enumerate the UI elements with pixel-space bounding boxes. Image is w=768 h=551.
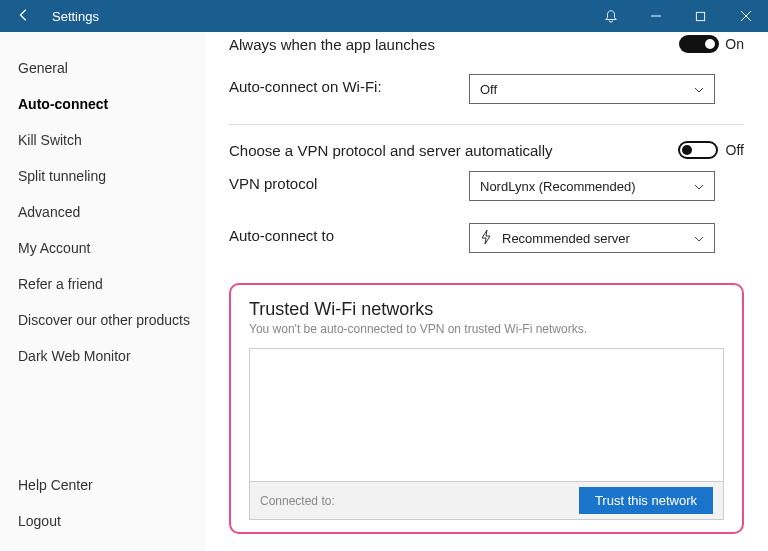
- wifi-select-value: Off: [480, 82, 497, 97]
- minimize-button[interactable]: [633, 0, 678, 32]
- wifi-row: Auto-connect on Wi-Fi: Off: [229, 68, 744, 110]
- protocol-label: VPN protocol: [229, 171, 469, 196]
- trusted-wifi-card: Trusted Wi-Fi networks You won't be auto…: [229, 283, 744, 534]
- trusted-footer: Connected to: Trust this network: [250, 481, 723, 519]
- titlebar: Settings: [0, 0, 768, 32]
- close-button[interactable]: [723, 0, 768, 32]
- sidebar-help-center[interactable]: Help Center: [18, 467, 205, 503]
- launch-toggle[interactable]: [679, 35, 719, 53]
- connected-to-label: Connected to:: [260, 494, 335, 508]
- lightning-icon: [480, 230, 492, 247]
- maximize-button[interactable]: [678, 0, 723, 32]
- chevron-down-icon: [694, 83, 704, 95]
- protocol-select-value: NordLynx (Recommended): [480, 179, 636, 194]
- window-title: Settings: [52, 9, 99, 24]
- sidebar-item-split-tunneling[interactable]: Split tunneling: [18, 158, 205, 194]
- auto-protocol-row: Choose a VPN protocol and server automat…: [229, 135, 744, 165]
- svg-rect-1: [696, 12, 704, 20]
- chevron-down-icon: [694, 180, 704, 192]
- auto-protocol-toggle[interactable]: [678, 141, 718, 159]
- sidebar-item-general[interactable]: General: [18, 50, 205, 86]
- connect-to-select-value: Recommended server: [502, 231, 630, 246]
- back-button[interactable]: [8, 8, 40, 25]
- trusted-listbox: Connected to: Trust this network: [249, 348, 724, 520]
- trusted-desc: You won't be auto-connected to VPN on tr…: [249, 322, 724, 336]
- auto-protocol-state: Off: [726, 142, 744, 158]
- connect-to-label: Auto-connect to: [229, 223, 469, 248]
- wifi-label: Auto-connect on Wi-Fi:: [229, 74, 469, 99]
- sidebar-item-kill-switch[interactable]: Kill Switch: [18, 122, 205, 158]
- sidebar-item-auto-connect[interactable]: Auto-connect: [18, 86, 205, 122]
- sidebar-logout[interactable]: Logout: [18, 503, 205, 539]
- sidebar-item-dark-web-monitor[interactable]: Dark Web Monitor: [18, 338, 205, 374]
- wifi-select[interactable]: Off: [469, 74, 715, 104]
- sidebar-item-discover-products[interactable]: Discover our other products: [18, 302, 205, 338]
- sidebar-item-refer-friend[interactable]: Refer a friend: [18, 266, 205, 302]
- sidebar-item-advanced[interactable]: Advanced: [18, 194, 205, 230]
- trusted-heading: Trusted Wi-Fi networks: [249, 299, 724, 320]
- connect-to-row: Auto-connect to Recommended server: [229, 217, 744, 259]
- chevron-down-icon: [694, 232, 704, 244]
- connect-to-select[interactable]: Recommended server: [469, 223, 715, 253]
- sidebar-item-my-account[interactable]: My Account: [18, 230, 205, 266]
- separator: [229, 124, 744, 125]
- launch-row: Always when the app launches On: [229, 32, 744, 56]
- protocol-row: VPN protocol NordLynx (Recommended): [229, 165, 744, 207]
- auto-protocol-label: Choose a VPN protocol and server automat…: [229, 142, 553, 159]
- trusted-list-items: [250, 349, 723, 481]
- launch-toggle-state: On: [725, 36, 744, 52]
- notifications-icon[interactable]: [588, 0, 633, 32]
- sidebar: General Auto-connect Kill Switch Split t…: [0, 32, 205, 551]
- trust-network-button[interactable]: Trust this network: [579, 487, 713, 514]
- content-pane: Always when the app launches On Auto-con…: [205, 32, 768, 551]
- launch-label: Always when the app launches: [229, 36, 435, 53]
- protocol-select[interactable]: NordLynx (Recommended): [469, 171, 715, 201]
